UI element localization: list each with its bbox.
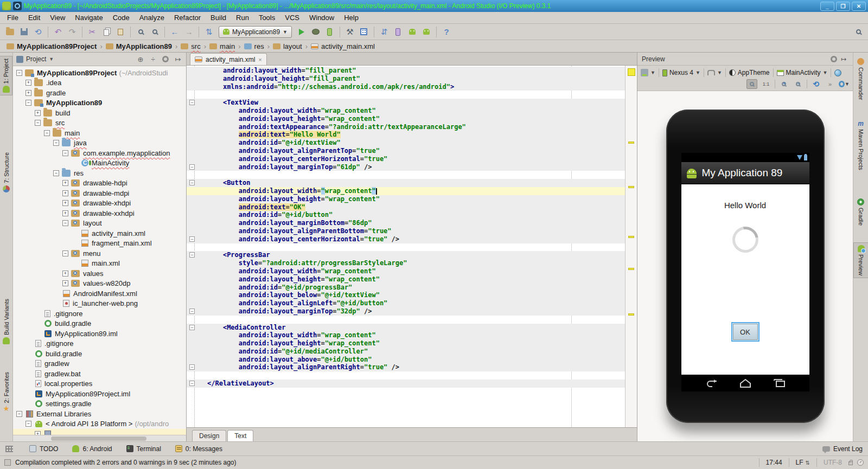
- zoom-in-button[interactable]: [778, 79, 789, 89]
- code-line[interactable]: android:layout_width="wrap_content": [187, 267, 625, 275]
- tool-strip-tab-1-project[interactable]: 1: Project: [0, 56, 12, 95]
- tree-row[interactable]: +values: [13, 268, 186, 279]
- fold-marker-icon[interactable]: −: [189, 325, 195, 330]
- toolwindow-6-android[interactable]: 6: Android: [72, 445, 112, 453]
- code-line[interactable]: [187, 91, 625, 99]
- tree-toggle-icon[interactable]: +: [62, 190, 68, 196]
- tree-toggle-icon[interactable]: −: [62, 150, 68, 156]
- tree-toggle-icon[interactable]: −: [44, 130, 50, 136]
- menu-edit[interactable]: Edit: [23, 12, 45, 23]
- open-icon[interactable]: [3, 25, 16, 38]
- project-view-dropdown-icon[interactable]: ▼: [49, 56, 54, 62]
- read-only-lock-icon[interactable]: [848, 461, 853, 465]
- tree-row[interactable]: −MyApplication89Project (~/AndroidStudi: [13, 68, 186, 78]
- tool-strip-tab-commander[interactable]: Commander: [853, 56, 868, 102]
- menu-navigate[interactable]: Navigate: [70, 12, 107, 23]
- tab-activity-main-xml[interactable]: activity_main.xml ×: [190, 53, 267, 65]
- code-line[interactable]: android:layout_height="wrap_content": [187, 275, 625, 284]
- project-structure-icon[interactable]: [358, 25, 371, 38]
- tree-row[interactable]: −.gitignore: [13, 339, 186, 349]
- code-line[interactable]: android:layout_marginBottom="86dp": [187, 219, 625, 227]
- code-line[interactable]: android:id="@+id/progressBar": [187, 284, 625, 292]
- redo-icon[interactable]: ↷: [66, 25, 79, 38]
- cut-icon[interactable]: ✂: [86, 25, 99, 38]
- tree-row[interactable]: +.idea: [13, 78, 186, 88]
- close-button[interactable]: ✕: [852, 2, 866, 11]
- search-everywhere-icon[interactable]: [852, 25, 865, 38]
- menu-vcs[interactable]: VCS: [280, 12, 304, 23]
- toolwindow-terminal[interactable]: Terminal: [126, 445, 161, 453]
- zoom-actual-button[interactable]: 1:1: [761, 79, 771, 89]
- save-icon[interactable]: [17, 25, 30, 38]
- undo-icon[interactable]: ↶: [52, 25, 65, 38]
- breadcrumb-item-MyApplication89[interactable]: MyApplication89: [104, 42, 174, 50]
- warning-tick[interactable]: [628, 236, 634, 238]
- tree-row[interactable]: −MyApplication89Project.iml: [13, 389, 186, 399]
- hide-preview-icon[interactable]: ↦: [839, 54, 848, 64]
- code-line[interactable]: − android:layout_centerHorizontal="true"…: [187, 235, 625, 243]
- tree-row[interactable]: −main: [13, 128, 186, 138]
- preview-settings-gear-icon[interactable]: [829, 54, 839, 64]
- debug-icon[interactable]: [309, 25, 322, 38]
- menu-view[interactable]: View: [45, 12, 70, 23]
- encoding-selector[interactable]: UTF-8: [821, 459, 844, 466]
- code-line[interactable]: − <Button: [187, 179, 625, 187]
- theme-picker[interactable]: AppTheme: [729, 69, 770, 76]
- fold-marker-icon[interactable]: −: [189, 180, 195, 185]
- copy-icon[interactable]: [100, 25, 113, 38]
- fold-marker-icon[interactable]: −: [189, 364, 195, 370]
- tree-toggle-icon[interactable]: −: [62, 250, 68, 256]
- code-line[interactable]: android:layout_alignParentTop="true": [187, 147, 625, 155]
- tree-row[interactable]: −res: [13, 168, 186, 178]
- tool-strip-tab-maven-projects[interactable]: mMaven Projects: [853, 118, 868, 172]
- warning-tick[interactable]: [628, 313, 634, 316]
- device-picker[interactable]: Nexus 4 ▼: [662, 69, 700, 76]
- menu-build[interactable]: Build: [206, 12, 231, 23]
- maximize-button[interactable]: ❐: [836, 2, 850, 11]
- code-line[interactable]: − android:layout_marginTop="32dp" />: [187, 307, 625, 316]
- warning-tick[interactable]: [628, 142, 634, 144]
- tree-row[interactable]: −menu: [13, 248, 186, 259]
- code-line[interactable]: android:layout_alignParentBottom="true": [187, 227, 625, 235]
- tree-toggle-icon[interactable]: +: [62, 271, 68, 277]
- tree-row[interactable]: −activity_main.xml: [13, 228, 186, 239]
- tree-row[interactable]: −MyApplication89: [13, 98, 186, 108]
- sort-lines-icon[interactable]: ⇅: [202, 25, 215, 38]
- toolwindow-todo[interactable]: TODO: [29, 445, 58, 453]
- fold-marker-icon[interactable]: −: [189, 381, 195, 386]
- menu-help[interactable]: Help: [339, 12, 363, 23]
- code-line[interactable]: [187, 371, 625, 380]
- tool-window-corner-icon[interactable]: [5, 446, 13, 452]
- tree-row[interactable]: +gradle: [13, 88, 186, 98]
- menu-analyze[interactable]: Analyze: [135, 12, 169, 23]
- gradle-sync-icon[interactable]: ⇵: [378, 25, 391, 38]
- help-icon[interactable]: ?: [440, 25, 453, 38]
- tool-strip-tab-gradle[interactable]: Gradle: [853, 196, 868, 228]
- code-line[interactable]: android:layout_height="wrap_content": [187, 195, 625, 203]
- tree-toggle-icon[interactable]: −: [53, 140, 59, 146]
- error-stripe[interactable]: [625, 66, 637, 427]
- code-line[interactable]: android:layout_width="wrap_content": [187, 107, 625, 115]
- breadcrumb-item-res[interactable]: res: [242, 42, 266, 50]
- settings-wrench-icon[interactable]: ⚒: [343, 25, 356, 38]
- code-line[interactable]: android:layout_height="fill_parent": [187, 75, 625, 83]
- code-line[interactable]: android:layout_below="@+id/textView": [187, 291, 625, 299]
- tree-row[interactable]: −com.example.myapplication: [13, 148, 186, 158]
- tree-toggle-icon[interactable]: −: [25, 100, 31, 106]
- menu-code[interactable]: Code: [108, 12, 135, 23]
- fold-marker-icon[interactable]: −: [189, 236, 195, 242]
- code-line[interactable]: android:text="OK": [187, 203, 625, 211]
- warning-tick[interactable]: [628, 186, 634, 188]
- run-icon[interactable]: [295, 25, 308, 38]
- menu-tools[interactable]: Tools: [254, 12, 280, 23]
- footer-tab-text[interactable]: Text: [227, 430, 253, 441]
- tool-strip-tab-7-structure[interactable]: 7: Structure: [0, 150, 12, 195]
- code-line[interactable]: android:layout_width="fill_parent": [187, 67, 625, 75]
- tree-toggle-icon[interactable]: −: [53, 170, 59, 176]
- forward-icon[interactable]: →: [182, 25, 195, 38]
- event-log-button[interactable]: Event Log: [822, 445, 863, 453]
- sync-icon[interactable]: ⟲: [31, 25, 44, 38]
- locale-picker[interactable]: [834, 69, 841, 76]
- tree-toggle-icon[interactable]: +: [62, 210, 68, 216]
- tree-toggle-icon[interactable]: +: [62, 180, 68, 186]
